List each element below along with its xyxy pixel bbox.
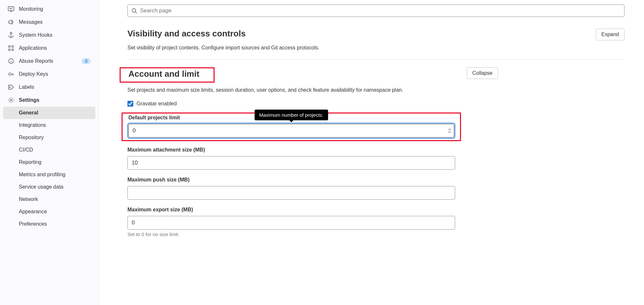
max-push-input[interactable] xyxy=(127,186,455,200)
max-export-help: Set to 0 for no size limit. xyxy=(127,232,455,237)
sidebar-subitem-general[interactable]: General xyxy=(3,107,95,119)
section-title-account: Account and limit xyxy=(128,69,199,79)
sidebar-item-label: Labels xyxy=(19,84,34,90)
sidebar-subitem-service-usage[interactable]: Service usage data xyxy=(3,181,95,193)
sidebar-subitem-cicd[interactable]: CI/CD xyxy=(3,144,95,156)
sidebar-item-system-hooks[interactable]: System Hooks xyxy=(3,29,95,42)
projects-limit-input[interactable] xyxy=(128,124,454,138)
collapse-button[interactable]: Collapse xyxy=(467,67,498,79)
svg-point-10 xyxy=(132,8,136,12)
sidebar-item-labels[interactable]: Labels xyxy=(3,81,95,94)
sidebar-item-label: Abuse Reports xyxy=(19,58,53,64)
account-form: Gravatar enabled Default projects limit … xyxy=(127,101,455,237)
abuse-icon xyxy=(8,58,14,64)
gravatar-row: Gravatar enabled xyxy=(127,101,455,107)
number-spinner-icon[interactable] xyxy=(448,128,452,133)
sidebar-item-applications[interactable]: Applications xyxy=(3,42,95,55)
sidebar-item-settings[interactable]: Settings xyxy=(3,94,95,107)
max-attach-input[interactable] xyxy=(127,156,455,170)
svg-rect-3 xyxy=(12,46,14,47)
sidebar-item-monitoring[interactable]: Monitoring xyxy=(3,3,95,16)
highlight-account-title: Account and limit xyxy=(120,67,215,83)
svg-rect-5 xyxy=(12,49,14,51)
sidebar-subitem-integrations[interactable]: Integrations xyxy=(3,119,95,131)
key-icon xyxy=(8,71,14,77)
sidebar-subitem-reporting[interactable]: Reporting xyxy=(3,156,95,168)
gear-icon xyxy=(8,97,14,103)
sidebar-item-abuse-reports[interactable]: Abuse Reports 0 xyxy=(3,55,95,68)
sidebar: Monitoring Messages System Hooks Applica… xyxy=(0,0,99,305)
main-content: Visibility and access controls Expand Se… xyxy=(99,0,644,305)
projects-limit-tooltip: Maximum number of projects. xyxy=(255,110,328,120)
sidebar-item-label: Monitoring xyxy=(19,6,43,12)
applications-icon xyxy=(8,45,14,51)
search-page-input[interactable] xyxy=(127,5,624,17)
megaphone-icon xyxy=(8,19,14,25)
sidebar-item-label: Applications xyxy=(19,45,47,51)
sidebar-item-label: System Hooks xyxy=(19,32,52,38)
svg-point-9 xyxy=(10,99,12,101)
monitoring-icon xyxy=(8,6,14,12)
sidebar-item-label: Deploy Keys xyxy=(19,71,48,77)
svg-point-7 xyxy=(9,73,11,75)
svg-point-8 xyxy=(9,87,10,88)
gravatar-label: Gravatar enabled xyxy=(137,101,177,107)
sidebar-subitem-metrics[interactable]: Metrics and profiling xyxy=(3,168,95,181)
section-title-visibility: Visibility and access controls xyxy=(127,29,246,39)
svg-point-1 xyxy=(10,32,12,34)
max-attach-label: Maximum attachment size (MB) xyxy=(127,147,455,153)
sidebar-subitem-preferences[interactable]: Preferences xyxy=(3,218,95,230)
sidebar-item-messages[interactable]: Messages xyxy=(3,16,95,29)
section-desc-visibility: Set visibility of project contents. Conf… xyxy=(127,45,624,51)
anchor-icon xyxy=(8,32,14,38)
section-visibility: Visibility and access controls Expand Se… xyxy=(127,29,624,60)
sidebar-subitem-network[interactable]: Network xyxy=(3,193,95,206)
max-export-label: Maximum export size (MB) xyxy=(127,207,455,213)
gravatar-checkbox[interactable] xyxy=(127,101,133,107)
max-export-input[interactable] xyxy=(127,216,455,230)
svg-point-6 xyxy=(9,59,14,64)
sidebar-item-label: Settings xyxy=(19,97,39,103)
label-icon xyxy=(8,84,14,90)
svg-rect-2 xyxy=(9,46,10,47)
max-push-label: Maximum push size (MB) xyxy=(127,177,455,183)
expand-button[interactable]: Expand xyxy=(596,29,624,40)
section-account-limit: Account and limit Collapse Set projects … xyxy=(127,67,498,237)
sidebar-item-label: Messages xyxy=(19,19,43,25)
svg-rect-4 xyxy=(9,49,10,51)
search-icon xyxy=(131,8,137,14)
search-wrap xyxy=(127,5,624,17)
sidebar-subitem-appearance[interactable]: Appearance xyxy=(3,206,95,218)
sidebar-item-deploy-keys[interactable]: Deploy Keys xyxy=(3,68,95,81)
sidebar-subitem-repository[interactable]: Repository xyxy=(3,131,95,144)
section-desc-account: Set projects and maximum size limits, se… xyxy=(127,87,498,93)
abuse-badge: 0 xyxy=(82,58,91,64)
highlight-projects-limit: Default projects limit Maximum number of… xyxy=(122,113,461,141)
